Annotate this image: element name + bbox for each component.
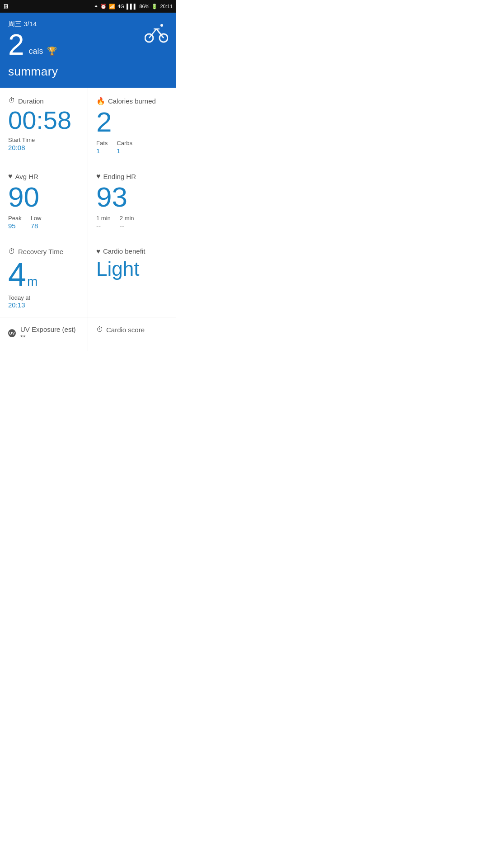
status-bar-right: ✦ ⏰ 📶 4G ▌▌▌ 86% 🔋 20:11: [94, 4, 173, 9]
two-min-item: 2 min --: [120, 215, 134, 230]
network-label: 4G: [117, 4, 124, 9]
status-bar-left: 🖼: [4, 4, 9, 9]
heart-avg-icon: ♥: [8, 172, 13, 180]
one-min-item: 1 min --: [96, 215, 111, 230]
one-min-label: 1 min: [96, 215, 111, 222]
stats-grid: ⏱ Duration 00:58 Start Time 20:08 🔥 Calo…: [0, 88, 176, 317]
start-time-value: 20:08: [8, 144, 35, 151]
two-min-label: 2 min: [120, 215, 134, 222]
uv-exposure-cell: UV UV Exposure (est) **: [0, 317, 88, 351]
svg-point-2: [160, 24, 163, 27]
today-value: 20:13: [8, 301, 80, 309]
avg-hr-label-row: ♥ Avg HR: [8, 172, 80, 180]
calories-cell: 🔥 Calories burned 2 Fats 1 Carbs 1: [88, 88, 176, 163]
cardio-score-label-row: ⏱ Cardio score: [96, 326, 168, 334]
cardio-score-label: Cardio score: [106, 326, 145, 334]
recovery-unit: m: [27, 274, 38, 289]
one-min-value: --: [96, 222, 111, 230]
main-content: ⏱ Duration 00:58 Start Time 20:08 🔥 Calo…: [0, 88, 176, 351]
header-calories-value: 2: [8, 30, 24, 59]
recovery-number: 4: [8, 258, 26, 291]
recovery-label-row: ⏱ Recovery Time: [8, 247, 80, 255]
avg-hr-label: Avg HR: [15, 173, 38, 180]
alarm-icon: ⏰: [100, 4, 107, 9]
recovery-icon: ⏱: [8, 247, 15, 255]
duration-label: Duration: [18, 97, 44, 105]
cardio-benefit-value: Light: [96, 258, 168, 280]
status-bar: 🖼 ✦ ⏰ 📶 4G ▌▌▌ 86% 🔋 20:11: [0, 0, 176, 13]
header-cals-row: 2 cals 🏆: [8, 30, 168, 59]
bottom-stats-row: UV UV Exposure (est) ** ⏱ Cardio score: [0, 317, 176, 351]
start-time-label: Start Time: [8, 137, 35, 143]
ending-hr-sub-row: 1 min -- 2 min --: [96, 215, 168, 230]
peak-label: Peak: [8, 215, 22, 222]
carbs-label: Carbs: [117, 140, 132, 146]
calories-value: 2: [96, 108, 168, 136]
low-value: 78: [31, 222, 42, 230]
flame-icon: 🔥: [96, 97, 105, 105]
peak-value: 95: [8, 222, 22, 230]
battery-label: 86%: [139, 4, 149, 9]
cardio-benefit-label: Cardio benefit: [103, 247, 145, 255]
start-time-item: Start Time 20:08: [8, 137, 35, 151]
header: 周三 3/14 2 cals 🏆 summary: [0, 13, 176, 88]
peak-item: Peak 95: [8, 215, 22, 230]
today-label: Today at: [8, 294, 80, 301]
trophy-icon: 🏆: [47, 46, 57, 56]
uv-icon: UV: [8, 329, 16, 337]
recovery-value-row: 4 m: [8, 258, 80, 291]
carbs-item: Carbs 1: [117, 140, 132, 155]
carbs-value: 1: [117, 147, 132, 155]
cardio-score-icon: ⏱: [96, 326, 103, 334]
cardio-heart-icon: ♥: [96, 247, 100, 255]
uv-label: UV Exposure (est) **: [20, 326, 80, 341]
duration-sub-row: Start Time 20:08: [8, 137, 80, 151]
calories-label-row: 🔥 Calories burned: [96, 97, 168, 105]
calories-label: Calories burned: [108, 97, 156, 105]
avg-hr-cell: ♥ Avg HR 90 Peak 95 Low 78: [0, 163, 88, 238]
battery-icon: 🔋: [151, 4, 158, 9]
signal-icon: ▌▌▌: [127, 4, 137, 9]
timer-icon: ⏱: [8, 97, 15, 105]
calories-sub-row: Fats 1 Carbs 1: [96, 140, 168, 155]
ending-hr-value: 93: [96, 183, 168, 211]
avg-hr-sub-row: Peak 95 Low 78: [8, 215, 80, 230]
time-label: 20:11: [160, 4, 173, 9]
ending-hr-label: Ending HR: [103, 173, 136, 180]
header-date: 周三 3/14: [8, 20, 168, 28]
cardio-score-cell: ⏱ Cardio score: [88, 317, 176, 351]
heart-ending-icon: ♥: [96, 172, 101, 180]
fats-item: Fats 1: [96, 140, 108, 155]
low-item: Low 78: [31, 215, 42, 230]
avg-hr-value: 90: [8, 183, 80, 211]
fats-label: Fats: [96, 140, 108, 146]
recovery-label: Recovery Time: [18, 248, 63, 255]
duration-value: 00:58: [8, 108, 80, 133]
uv-label-row: UV UV Exposure (est) **: [8, 326, 80, 341]
cycling-icon: [145, 21, 168, 49]
header-calories-label: cals: [29, 47, 43, 56]
two-min-value: --: [120, 222, 134, 230]
photo-icon: 🖼: [4, 4, 9, 9]
bluetooth-icon: ✦: [94, 4, 98, 9]
duration-cell: ⏱ Duration 00:58 Start Time 20:08: [0, 88, 88, 163]
ending-hr-cell: ♥ Ending HR 93 1 min -- 2 min --: [88, 163, 176, 238]
cardio-benefit-label-row: ♥ Cardio benefit: [96, 247, 168, 255]
header-summary-label: summary: [8, 65, 168, 79]
fats-value: 1: [96, 147, 108, 155]
cardio-benefit-cell: ♥ Cardio benefit Light: [88, 238, 176, 317]
low-label: Low: [31, 215, 42, 222]
ending-hr-label-row: ♥ Ending HR: [96, 172, 168, 180]
duration-label-row: ⏱ Duration: [8, 97, 80, 105]
recovery-time-cell: ⏱ Recovery Time 4 m Today at 20:13: [0, 238, 88, 317]
wifi-icon: 📶: [109, 4, 115, 9]
